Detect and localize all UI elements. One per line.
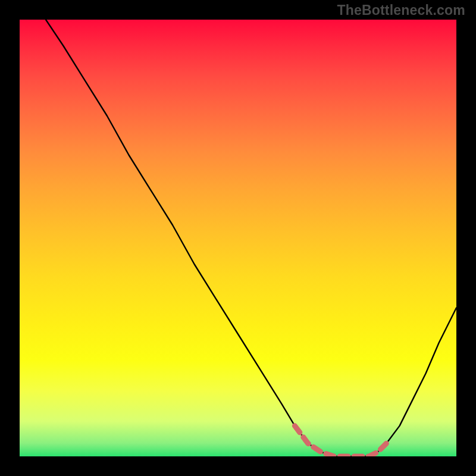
chart-frame: TheBottleneck.com (0, 0, 476, 476)
curve-line (46, 20, 456, 456)
highlight-band (295, 426, 386, 456)
bottleneck-curve (20, 20, 456, 456)
plot-area (20, 20, 456, 456)
watermark-text: TheBottleneck.com (337, 2, 465, 18)
